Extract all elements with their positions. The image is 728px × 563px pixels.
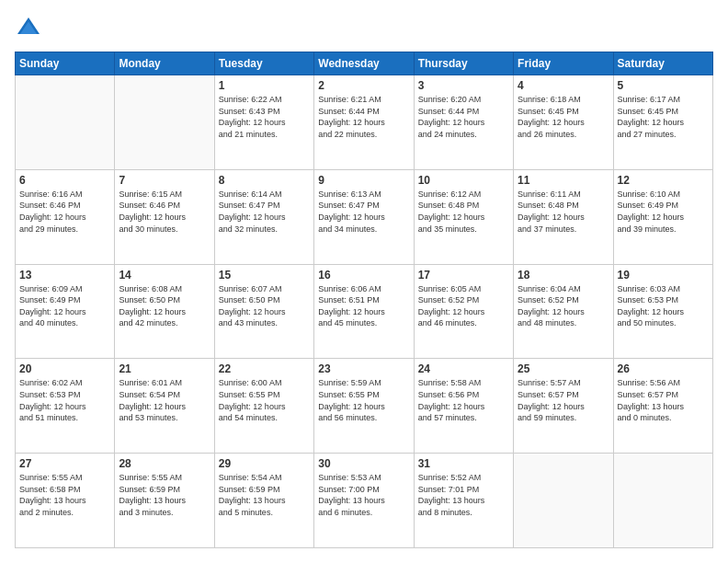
day-number: 21 bbox=[119, 362, 210, 375]
day-info: Sunrise: 6:18 AM Sunset: 6:45 PM Dayligh… bbox=[518, 94, 609, 140]
day-cell bbox=[115, 75, 214, 170]
day-cell bbox=[514, 454, 613, 548]
day-info: Sunrise: 6:13 AM Sunset: 6:47 PM Dayligh… bbox=[318, 189, 409, 235]
day-cell: 2Sunrise: 6:21 AM Sunset: 6:44 PM Daylig… bbox=[314, 75, 414, 170]
day-info: Sunrise: 6:15 AM Sunset: 6:46 PM Dayligh… bbox=[119, 189, 210, 235]
day-cell: 20Sunrise: 6:02 AM Sunset: 6:53 PM Dayli… bbox=[16, 359, 115, 454]
day-number: 12 bbox=[618, 174, 709, 187]
day-info: Sunrise: 5:58 AM Sunset: 6:56 PM Dayligh… bbox=[418, 377, 509, 423]
day-info: Sunrise: 6:14 AM Sunset: 6:47 PM Dayligh… bbox=[219, 189, 310, 235]
day-number: 14 bbox=[119, 269, 210, 282]
day-info: Sunrise: 6:08 AM Sunset: 6:50 PM Dayligh… bbox=[119, 283, 210, 329]
day-info: Sunrise: 6:20 AM Sunset: 6:44 PM Dayligh… bbox=[418, 94, 509, 140]
day-cell bbox=[16, 75, 115, 170]
day-info: Sunrise: 6:09 AM Sunset: 6:49 PM Dayligh… bbox=[19, 283, 110, 329]
day-cell: 28Sunrise: 5:55 AM Sunset: 6:59 PM Dayli… bbox=[115, 454, 214, 548]
day-number: 23 bbox=[318, 362, 409, 375]
day-cell: 4Sunrise: 6:18 AM Sunset: 6:45 PM Daylig… bbox=[514, 75, 613, 170]
day-info: Sunrise: 6:12 AM Sunset: 6:48 PM Dayligh… bbox=[418, 189, 509, 235]
day-cell: 16Sunrise: 6:06 AM Sunset: 6:51 PM Dayli… bbox=[314, 264, 414, 359]
col-header-sunday: Sunday bbox=[16, 52, 115, 75]
day-number: 26 bbox=[618, 362, 709, 375]
day-number: 27 bbox=[19, 457, 110, 470]
day-cell: 29Sunrise: 5:54 AM Sunset: 6:59 PM Dayli… bbox=[214, 454, 313, 548]
day-number: 2 bbox=[318, 79, 409, 92]
day-cell: 5Sunrise: 6:17 AM Sunset: 6:45 PM Daylig… bbox=[613, 75, 712, 170]
day-info: Sunrise: 5:59 AM Sunset: 6:55 PM Dayligh… bbox=[318, 377, 409, 423]
col-header-wednesday: Wednesday bbox=[314, 52, 414, 75]
day-cell: 3Sunrise: 6:20 AM Sunset: 6:44 PM Daylig… bbox=[414, 75, 513, 170]
col-header-tuesday: Tuesday bbox=[214, 52, 313, 75]
day-number: 4 bbox=[518, 79, 609, 92]
day-cell: 27Sunrise: 5:55 AM Sunset: 6:58 PM Dayli… bbox=[16, 454, 115, 548]
day-cell: 12Sunrise: 6:10 AM Sunset: 6:49 PM Dayli… bbox=[613, 169, 712, 264]
day-number: 24 bbox=[418, 362, 509, 375]
day-cell: 25Sunrise: 5:57 AM Sunset: 6:57 PM Dayli… bbox=[514, 359, 613, 454]
day-number: 8 bbox=[219, 174, 310, 187]
day-number: 19 bbox=[618, 269, 709, 282]
day-info: Sunrise: 6:01 AM Sunset: 6:54 PM Dayligh… bbox=[119, 377, 210, 423]
day-info: Sunrise: 6:21 AM Sunset: 6:44 PM Dayligh… bbox=[318, 94, 409, 140]
day-cell: 30Sunrise: 5:53 AM Sunset: 7:00 PM Dayli… bbox=[314, 454, 414, 548]
col-header-monday: Monday bbox=[115, 52, 214, 75]
week-row-3: 13Sunrise: 6:09 AM Sunset: 6:49 PM Dayli… bbox=[16, 264, 713, 359]
day-info: Sunrise: 6:04 AM Sunset: 6:52 PM Dayligh… bbox=[518, 283, 609, 329]
day-number: 10 bbox=[418, 174, 509, 187]
day-info: Sunrise: 6:17 AM Sunset: 6:45 PM Dayligh… bbox=[618, 94, 709, 140]
day-info: Sunrise: 5:52 AM Sunset: 7:01 PM Dayligh… bbox=[418, 472, 509, 518]
week-row-5: 27Sunrise: 5:55 AM Sunset: 6:58 PM Dayli… bbox=[16, 454, 713, 548]
day-info: Sunrise: 5:56 AM Sunset: 6:57 PM Dayligh… bbox=[618, 377, 709, 423]
day-info: Sunrise: 6:05 AM Sunset: 6:52 PM Dayligh… bbox=[418, 283, 509, 329]
week-row-1: 1Sunrise: 6:22 AM Sunset: 6:43 PM Daylig… bbox=[16, 75, 713, 170]
day-number: 13 bbox=[19, 269, 110, 282]
day-info: Sunrise: 6:16 AM Sunset: 6:46 PM Dayligh… bbox=[19, 189, 110, 235]
day-cell: 19Sunrise: 6:03 AM Sunset: 6:53 PM Dayli… bbox=[613, 264, 712, 359]
day-number: 11 bbox=[518, 174, 609, 187]
day-cell: 8Sunrise: 6:14 AM Sunset: 6:47 PM Daylig… bbox=[214, 169, 313, 264]
day-number: 6 bbox=[19, 174, 110, 187]
day-cell: 22Sunrise: 6:00 AM Sunset: 6:55 PM Dayli… bbox=[214, 359, 313, 454]
day-cell: 15Sunrise: 6:07 AM Sunset: 6:50 PM Dayli… bbox=[214, 264, 313, 359]
day-number: 18 bbox=[518, 269, 609, 282]
day-info: Sunrise: 5:55 AM Sunset: 6:58 PM Dayligh… bbox=[19, 472, 110, 518]
day-number: 17 bbox=[418, 269, 509, 282]
day-number: 1 bbox=[219, 79, 310, 92]
header bbox=[15, 15, 713, 42]
day-info: Sunrise: 6:22 AM Sunset: 6:43 PM Dayligh… bbox=[219, 94, 310, 140]
day-number: 20 bbox=[19, 362, 110, 375]
day-cell: 13Sunrise: 6:09 AM Sunset: 6:49 PM Dayli… bbox=[16, 264, 115, 359]
day-cell: 24Sunrise: 5:58 AM Sunset: 6:56 PM Dayli… bbox=[414, 359, 513, 454]
day-info: Sunrise: 6:10 AM Sunset: 6:49 PM Dayligh… bbox=[618, 189, 709, 235]
day-number: 16 bbox=[318, 269, 409, 282]
day-number: 7 bbox=[119, 174, 210, 187]
day-info: Sunrise: 5:57 AM Sunset: 6:57 PM Dayligh… bbox=[518, 377, 609, 423]
day-cell: 18Sunrise: 6:04 AM Sunset: 6:52 PM Dayli… bbox=[514, 264, 613, 359]
day-number: 3 bbox=[418, 79, 509, 92]
day-info: Sunrise: 6:07 AM Sunset: 6:50 PM Dayligh… bbox=[219, 283, 310, 329]
col-header-saturday: Saturday bbox=[613, 52, 712, 75]
day-number: 29 bbox=[219, 457, 310, 470]
day-number: 15 bbox=[219, 269, 310, 282]
day-cell: 26Sunrise: 5:56 AM Sunset: 6:57 PM Dayli… bbox=[613, 359, 712, 454]
day-number: 28 bbox=[119, 457, 210, 470]
day-number: 22 bbox=[219, 362, 310, 375]
day-cell: 1Sunrise: 6:22 AM Sunset: 6:43 PM Daylig… bbox=[214, 75, 313, 170]
day-number: 5 bbox=[618, 79, 709, 92]
day-info: Sunrise: 5:53 AM Sunset: 7:00 PM Dayligh… bbox=[318, 472, 409, 518]
day-info: Sunrise: 6:11 AM Sunset: 6:48 PM Dayligh… bbox=[518, 189, 609, 235]
day-cell: 6Sunrise: 6:16 AM Sunset: 6:46 PM Daylig… bbox=[16, 169, 115, 264]
week-row-4: 20Sunrise: 6:02 AM Sunset: 6:53 PM Dayli… bbox=[16, 359, 713, 454]
day-number: 30 bbox=[318, 457, 409, 470]
day-cell: 10Sunrise: 6:12 AM Sunset: 6:48 PM Dayli… bbox=[414, 169, 513, 264]
day-number: 31 bbox=[418, 457, 509, 470]
day-cell: 21Sunrise: 6:01 AM Sunset: 6:54 PM Dayli… bbox=[115, 359, 214, 454]
page: SundayMondayTuesdayWednesdayThursdayFrid… bbox=[0, 0, 728, 563]
col-header-friday: Friday bbox=[514, 52, 613, 75]
logo-icon bbox=[15, 15, 42, 42]
day-cell: 7Sunrise: 6:15 AM Sunset: 6:46 PM Daylig… bbox=[115, 169, 214, 264]
calendar-header-row: SundayMondayTuesdayWednesdayThursdayFrid… bbox=[16, 52, 713, 75]
day-info: Sunrise: 5:54 AM Sunset: 6:59 PM Dayligh… bbox=[219, 472, 310, 518]
day-info: Sunrise: 6:00 AM Sunset: 6:55 PM Dayligh… bbox=[219, 377, 310, 423]
day-cell: 23Sunrise: 5:59 AM Sunset: 6:55 PM Dayli… bbox=[314, 359, 414, 454]
day-cell: 31Sunrise: 5:52 AM Sunset: 7:01 PM Dayli… bbox=[414, 454, 513, 548]
